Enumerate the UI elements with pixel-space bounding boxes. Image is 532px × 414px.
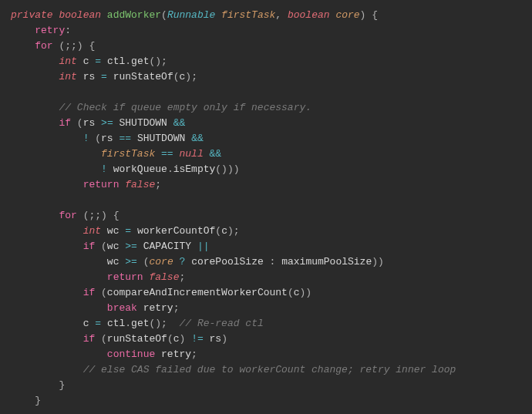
line-2: retry:	[11, 25, 71, 36]
line-23: continue retry;	[11, 348, 197, 360]
keyword-int: int	[59, 56, 76, 67]
line-7: // Check if queue empty only if necessar…	[11, 102, 311, 113]
param-firsttask: firstTask	[221, 9, 275, 21]
line-26: }	[11, 395, 41, 406]
line-16: if (wc >= CAPACITY ||	[11, 241, 210, 252]
line-21: c = ctl.get(); // Re-read ctl	[11, 318, 264, 329]
line-22: if (runStateOf(c) != rs)	[11, 333, 227, 345]
keyword-private: private	[11, 9, 53, 21]
keyword-for: for	[35, 40, 52, 52]
method-name: addWorker	[107, 9, 161, 21]
line-11: ! workQueue.isEmpty()))	[11, 163, 240, 175]
keyword-if: if	[59, 117, 71, 129]
line-24: // else CAS failed due to workerCount ch…	[11, 364, 456, 375]
line-12: return false;	[11, 179, 161, 190]
type-runnable: Runnable	[167, 9, 215, 21]
line-9: ! (rs == SHUTDOWN &&	[11, 133, 204, 144]
comment: // else CAS failed due to workerCount ch…	[83, 364, 456, 375]
line-18: return false;	[11, 271, 185, 283]
keyword-boolean2: boolean	[288, 9, 330, 21]
line-15: int wc = workerCountOf(c);	[11, 225, 240, 237]
line-25: }	[11, 379, 65, 391]
line-17: wc >= (core ? corePoolSize : maximumPool…	[11, 256, 384, 268]
keyword-for: for	[59, 210, 76, 221]
line-5: int rs = runStateOf(c);	[11, 71, 197, 82]
keyword-boolean: boolean	[59, 9, 101, 21]
line-14: for (;;) {	[11, 210, 119, 221]
param-core: core	[335, 9, 359, 21]
label-retry: retry	[35, 25, 65, 36]
line-19: if (compareAndIncrementWorkerCount(c))	[11, 287, 311, 298]
line-4: int c = ctl.get();	[11, 56, 167, 67]
line-10: firstTask == null &&	[11, 148, 221, 160]
keyword-return: return	[83, 179, 120, 190]
keyword-int: int	[59, 71, 76, 82]
line-8: if (rs >= SHUTDOWN &&	[11, 117, 185, 129]
line-20: break retry;	[11, 302, 179, 314]
comment: // Re-read ctl	[180, 318, 264, 329]
code-block: private boolean addWorker(Runnable first…	[11, 8, 521, 409]
line-3: for (;;) {	[11, 40, 95, 52]
comment: // Check if queue empty only if necessar…	[59, 102, 311, 113]
line-1: private boolean addWorker(Runnable first…	[11, 9, 378, 21]
